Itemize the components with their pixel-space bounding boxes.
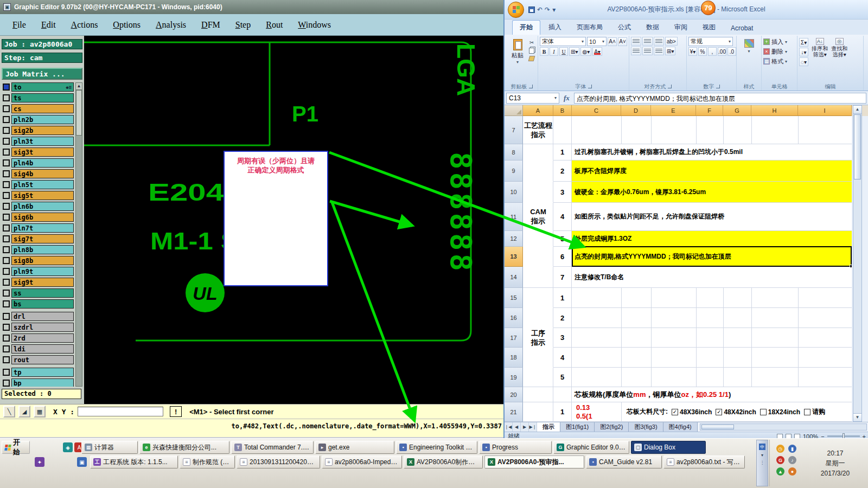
- layer-checkbox[interactable]: [3, 105, 10, 112]
- underline-button[interactable]: U: [559, 47, 568, 56]
- row-header-19[interactable]: 19: [505, 368, 523, 387]
- comma-button[interactable]: ,: [708, 47, 717, 56]
- cell-A13[interactable]: [523, 247, 553, 267]
- cell-A7[interactable]: [523, 116, 553, 144]
- layer-name[interactable]: sig3t: [11, 147, 74, 157]
- layer-name[interactable]: pln4b: [11, 158, 74, 168]
- cell-C11[interactable]: 如图所示，类似贴片间距不足，允许削盘保证阻焊桥: [572, 203, 852, 231]
- checkbox-请购[interactable]: [804, 409, 810, 415]
- layer-row-pln4b[interactable]: pln4b: [2, 158, 82, 168]
- layer-row-sig2b[interactable]: sig2b: [2, 126, 82, 135]
- formula-input[interactable]: 点亮的封周期, 格式YYYYMMDD；我司标记也加在顶层: [574, 93, 866, 104]
- layer-name[interactable]: ts: [11, 93, 74, 102]
- layer-name[interactable]: pln3t: [11, 137, 74, 146]
- ribbon-tab-插入[interactable]: 插入: [541, 21, 569, 35]
- cell-C7[interactable]: [572, 116, 852, 144]
- layer-name[interactable]: sig7t: [11, 234, 74, 243]
- volume-tray-icon[interactable]: ♪: [788, 456, 796, 464]
- layer-row-szdrl[interactable]: szdrl: [2, 323, 82, 332]
- layer-name[interactable]: szdrl: [11, 323, 74, 332]
- find-select-button[interactable]: ◎ 查找和 选择▾: [830, 37, 848, 66]
- cam-canvas[interactable]: P1 LGA E204460 M1-1 S 94V UL 888888 周期有误…: [84, 36, 507, 404]
- sheet-tab-图2(fig2)[interactable]: 图2(fig2): [595, 422, 629, 432]
- menu-actions[interactable]: Actions: [65, 19, 104, 31]
- checkbox-48X42inch[interactable]: ✓: [716, 409, 722, 415]
- row-header-8[interactable]: 8: [505, 144, 523, 160]
- row-header-13[interactable]: 13: [505, 247, 523, 267]
- langbar-options-icon[interactable]: ▾: [761, 453, 763, 458]
- scroll-up-icon[interactable]: ▲: [76, 83, 82, 90]
- period-error-popup[interactable]: 周期有误（少两位）且请 正确定义周期格式: [224, 151, 328, 286]
- paste-button[interactable]: 粘贴▾: [507, 37, 528, 65]
- col-header-A[interactable]: A: [523, 105, 553, 116]
- cell-C20[interactable]: 芯板规格(厚度单位mm，铜厚单位oz，如0.25 1/1): [572, 387, 852, 402]
- autosum-button[interactable]: Σ▾: [799, 38, 808, 47]
- clear-button[interactable]: ◌▾: [799, 57, 808, 66]
- checkbox-18X24inch[interactable]: [760, 409, 767, 415]
- layer-checkbox[interactable]: [3, 356, 10, 363]
- menu-windows[interactable]: Windows: [292, 19, 337, 31]
- merge-center-button[interactable]: ⊞▾: [665, 47, 675, 55]
- layer-checkbox[interactable]: [3, 149, 10, 156]
- layer-checkbox[interactable]: [3, 170, 10, 177]
- layer-row-pln5t[interactable]: pln5t: [2, 180, 82, 189]
- row-header-17[interactable]: 17: [505, 328, 523, 348]
- layer-checkbox[interactable]: [3, 159, 10, 166]
- layer-row-pln6b[interactable]: pln6b: [2, 202, 82, 211]
- align-top-button[interactable]: [631, 37, 641, 46]
- scroll-thumb[interactable]: [76, 90, 82, 136]
- layer-row-bp[interactable]: bp: [2, 378, 82, 387]
- layer-checkbox[interactable]: [3, 279, 10, 286]
- layer-name[interactable]: ldi: [11, 344, 74, 354]
- scroll-down-icon[interactable]: ▼: [853, 413, 861, 421]
- styles-button[interactable]: ▾: [738, 37, 760, 54]
- cell-A10[interactable]: [523, 182, 553, 203]
- align-center-button[interactable]: [642, 47, 653, 55]
- layer-checkbox[interactable]: [3, 116, 10, 123]
- update-tray-icon[interactable]: ●: [788, 467, 796, 476]
- layer-name[interactable]: 2rd: [11, 333, 74, 343]
- clipboard-launcher-icon[interactable]: [529, 85, 533, 88]
- taskbar-button[interactable]: XAV2P8006A0制作单.xls ...: [404, 455, 483, 468]
- copy-icon[interactable]: [528, 47, 535, 54]
- quick-launch-app-icon[interactable]: ▣: [77, 457, 87, 467]
- layer-name[interactable]: pln7t: [11, 223, 74, 233]
- last-sheet-icon[interactable]: ▶❘: [529, 422, 537, 432]
- menu-file[interactable]: File: [7, 19, 32, 31]
- layer-checkbox[interactable]: [3, 203, 10, 210]
- cell-A15[interactable]: [523, 288, 553, 308]
- sheet-tab-图3(fig3)[interactable]: 图3(fig3): [629, 422, 663, 432]
- taskbar-button[interactable]: ▸get.exe: [315, 441, 394, 454]
- layer-checkbox[interactable]: [3, 246, 10, 253]
- layer-row-sig8b[interactable]: sig8b: [2, 256, 82, 265]
- taskbar-button[interactable]: ▪CAM_Guide v2.81: [586, 455, 662, 468]
- layer-name[interactable]: bs: [11, 299, 74, 309]
- col-header-D[interactable]: D: [621, 105, 651, 116]
- layer-name[interactable]: sig2b: [11, 126, 74, 135]
- layer-checkbox[interactable]: [3, 290, 10, 297]
- quick-launch-spheres-icon[interactable]: ✦: [35, 457, 44, 467]
- antivirus-tray-icon[interactable]: G: [776, 456, 784, 464]
- row-header-18[interactable]: 18: [505, 348, 523, 368]
- chart-tray-icon[interactable]: ▮: [788, 445, 796, 453]
- row-header-9[interactable]: 9: [505, 160, 523, 182]
- fill-button[interactable]: ↓▾: [799, 48, 808, 56]
- corner-tool-button[interactable]: ◢: [18, 406, 30, 418]
- layer-name[interactable]: sig6b: [11, 213, 74, 222]
- layer-checkbox[interactable]: [3, 224, 10, 232]
- fill-color-button[interactable]: ◍▾: [580, 47, 591, 56]
- taskbar-button[interactable]: ≡20130913112004203.rtf...: [237, 455, 320, 468]
- cell-C13[interactable]: 点亮的封周期,格式YYYYMMDD；我司标记也加在顶层: [572, 247, 852, 267]
- layer-row-pln3t[interactable]: pln3t: [2, 137, 82, 146]
- orientation-button[interactable]: ab˃: [665, 37, 678, 46]
- coordinate-input[interactable]: [78, 407, 163, 416]
- layer-name[interactable]: pln2b: [11, 115, 74, 124]
- alignment-launcher-icon[interactable]: [668, 85, 672, 88]
- layer-checkbox[interactable]: [3, 235, 10, 242]
- layer-row-tp[interactable]: tp: [2, 368, 82, 377]
- fx-icon[interactable]: fx: [561, 94, 572, 102]
- align-middle-button[interactable]: [642, 37, 653, 46]
- cell-C8[interactable]: 过孔树脂塞孔并镀铜，树脂塞孔后焊盘上的凹坑小于0.5mil: [572, 144, 852, 160]
- prev-sheet-icon[interactable]: ◀: [513, 422, 521, 432]
- col-header-G[interactable]: G: [723, 105, 751, 116]
